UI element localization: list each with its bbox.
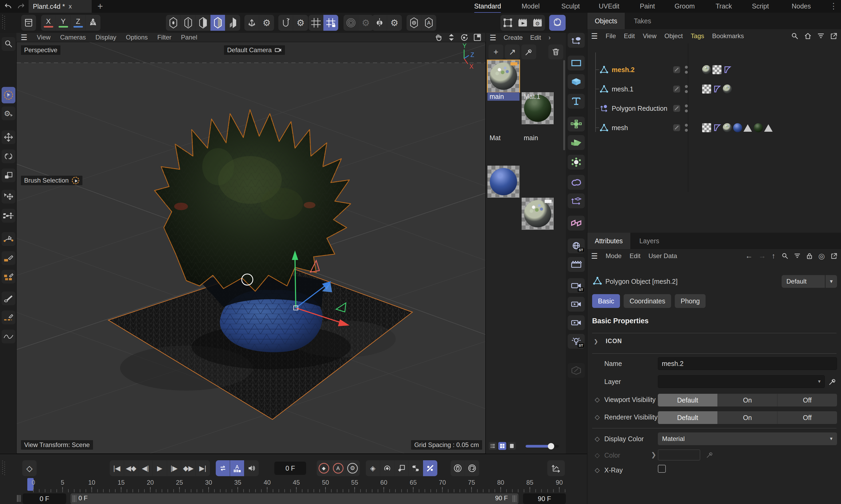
generator-gear-icon[interactable] bbox=[568, 155, 585, 169]
viewport-menu-display[interactable]: Display bbox=[95, 34, 117, 41]
renderer-visibility-on[interactable]: On bbox=[718, 411, 778, 424]
material-size-slider-knob[interactable] bbox=[548, 443, 554, 449]
move-elements-tool-icon[interactable] bbox=[2, 209, 15, 222]
play-button[interactable]: ▶ bbox=[153, 460, 167, 476]
new-document-tab-button[interactable]: + bbox=[94, 1, 106, 12]
add-material-button[interactable]: + bbox=[488, 44, 503, 59]
modeling-objects-tool-icon[interactable] bbox=[2, 270, 15, 284]
object-row-mesh2[interactable]: mesh.2 bbox=[587, 61, 841, 78]
ruler-minor-ticks[interactable] bbox=[33, 489, 567, 492]
symmetry-mirror-icon[interactable] bbox=[372, 15, 387, 31]
line-cut-tool-icon[interactable] bbox=[2, 310, 15, 324]
material-tag-icon[interactable] bbox=[723, 123, 732, 132]
name-input[interactable] bbox=[658, 357, 837, 370]
xray-checkbox[interactable] bbox=[658, 465, 666, 473]
viewport-visibility-on[interactable]: On bbox=[718, 394, 778, 407]
dolly-zoom-icon[interactable] bbox=[448, 33, 455, 41]
color-expand-chevron-icon[interactable]: ❯ bbox=[651, 451, 656, 458]
polygons-mode-icon[interactable] bbox=[196, 15, 211, 31]
live-selection-tool[interactable] bbox=[2, 87, 15, 103]
preview-range-slider[interactable]: 0 F 90 F bbox=[71, 493, 518, 504]
workplane-grid-icon[interactable] bbox=[308, 15, 323, 31]
layer-eyedropper-icon[interactable] bbox=[828, 378, 837, 385]
layout-tab-model[interactable]: Model bbox=[522, 0, 540, 13]
attributes-detach-icon[interactable] bbox=[831, 253, 838, 259]
preset-dropdown[interactable]: Default bbox=[782, 275, 825, 288]
object-row-mesh1[interactable]: mesh.1 bbox=[587, 80, 841, 98]
phong-tag-icon[interactable] bbox=[713, 123, 721, 132]
loop-playback-icon[interactable] bbox=[216, 460, 230, 476]
parent-up-icon[interactable]: ↑ bbox=[772, 252, 775, 260]
objects-search-icon[interactable] bbox=[791, 32, 798, 40]
materials-menu-more-icon[interactable]: › bbox=[549, 34, 551, 41]
render-settings-icon[interactable]: ⚙ bbox=[530, 15, 545, 31]
material-name-mat1[interactable]: Mat.1 bbox=[522, 92, 554, 101]
material-tag-icon[interactable] bbox=[702, 65, 711, 74]
viewport-menu-filter[interactable]: Filter bbox=[157, 34, 171, 41]
target-mode-icon[interactable]: ◎ bbox=[819, 252, 825, 260]
visibility-dots[interactable] bbox=[685, 85, 688, 93]
layout-tab-standard[interactable]: Standard bbox=[474, 0, 501, 13]
timeline-window-icon[interactable] bbox=[547, 460, 565, 476]
objects-menu-file[interactable]: File bbox=[606, 32, 616, 40]
history-forward-icon[interactable]: → bbox=[758, 252, 766, 260]
key-rotation-icon[interactable] bbox=[380, 460, 394, 476]
object-name[interactable]: mesh.2 bbox=[612, 66, 657, 74]
material-size-slider[interactable] bbox=[525, 445, 559, 448]
axis-y-button[interactable]: Y bbox=[56, 15, 71, 31]
camera-animate-icon[interactable] bbox=[568, 297, 585, 312]
previous-key-button[interactable]: ◀◆ bbox=[124, 460, 138, 476]
polygon-object-icon[interactable] bbox=[600, 65, 609, 74]
layout-tab-uvedit[interactable]: UVEdit bbox=[599, 0, 620, 13]
renderer-visibility-off[interactable]: Off bbox=[777, 411, 837, 424]
range-row-handle[interactable] bbox=[17, 495, 21, 502]
chevron-down-icon[interactable]: ▼ bbox=[817, 379, 821, 384]
perspective-viewport[interactable]: Y Z X Perspective Default Camera Brush S… bbox=[16, 42, 486, 454]
light-object-icon[interactable]: ST bbox=[568, 334, 585, 349]
material-eyedropper-icon[interactable] bbox=[521, 44, 536, 59]
material-thumbnail-mat[interactable] bbox=[487, 166, 519, 198]
model-mode-icon[interactable] bbox=[211, 15, 225, 31]
connect-objects-icon[interactable] bbox=[568, 216, 585, 231]
tool-settings-icon[interactable]: ⚙ bbox=[2, 107, 15, 120]
phong-tag-icon[interactable] bbox=[713, 85, 721, 93]
visibility-editor-toggle[interactable] bbox=[673, 66, 680, 73]
autokey-toggle-icon[interactable]: A bbox=[331, 460, 345, 476]
document-tab-close-icon[interactable]: x bbox=[69, 3, 72, 10]
polygon-reduction-icon[interactable] bbox=[600, 104, 609, 113]
symmetry-gear-icon[interactable]: ⚙ bbox=[387, 15, 402, 31]
section-tab-basic[interactable]: Basic bbox=[592, 294, 620, 308]
projection-label[interactable]: Perspective bbox=[21, 45, 60, 55]
layout-tab-track[interactable]: Track bbox=[716, 0, 732, 13]
render-region-icon[interactable] bbox=[500, 15, 515, 31]
object-mode-icon[interactable] bbox=[225, 15, 240, 31]
attributes-search-icon[interactable] bbox=[781, 253, 788, 259]
transfer-tool-icon[interactable] bbox=[2, 190, 15, 203]
go-to-start-button[interactable]: |◀ bbox=[110, 460, 124, 476]
sky-object-icon[interactable]: ST bbox=[568, 238, 585, 253]
visibility-editor-toggle[interactable] bbox=[673, 86, 680, 92]
document-tab[interactable]: Plant.c4d * x bbox=[29, 0, 92, 13]
go-to-end-button[interactable]: ▶| bbox=[196, 460, 210, 476]
scale-tool-icon[interactable] bbox=[2, 168, 15, 182]
viewport-menu-cameras[interactable]: Cameras bbox=[60, 34, 86, 41]
camera-icon[interactable] bbox=[275, 48, 282, 53]
animatable-diamond-icon[interactable]: ◇ bbox=[595, 413, 600, 421]
material-tag-icon[interactable] bbox=[733, 123, 742, 132]
find-tool-icon[interactable] bbox=[2, 37, 15, 51]
points-mode-icon[interactable] bbox=[166, 15, 181, 31]
history-back-icon[interactable]: ← bbox=[745, 252, 753, 260]
layout-tab-script[interactable]: Script bbox=[752, 0, 769, 13]
spline-smooth-tool-icon[interactable] bbox=[2, 330, 15, 343]
material-tag-icon[interactable] bbox=[754, 123, 763, 132]
uvw-tag-icon[interactable] bbox=[713, 65, 721, 74]
section-tab-coordinates[interactable]: Coordinates bbox=[624, 294, 671, 308]
material-name-main[interactable]: main bbox=[487, 92, 519, 101]
attributes-menu-userdata[interactable]: User Data bbox=[648, 252, 677, 260]
animatable-diamond-icon[interactable]: ◇ bbox=[595, 435, 600, 443]
current-frame-field[interactable]: 0 F bbox=[274, 462, 306, 475]
next-key-button[interactable]: ◆▶ bbox=[181, 460, 196, 476]
object-name[interactable]: Polygon Reduction bbox=[612, 105, 673, 112]
visibility-editor-toggle[interactable] bbox=[673, 105, 680, 112]
range-right-grip[interactable] bbox=[513, 495, 516, 502]
